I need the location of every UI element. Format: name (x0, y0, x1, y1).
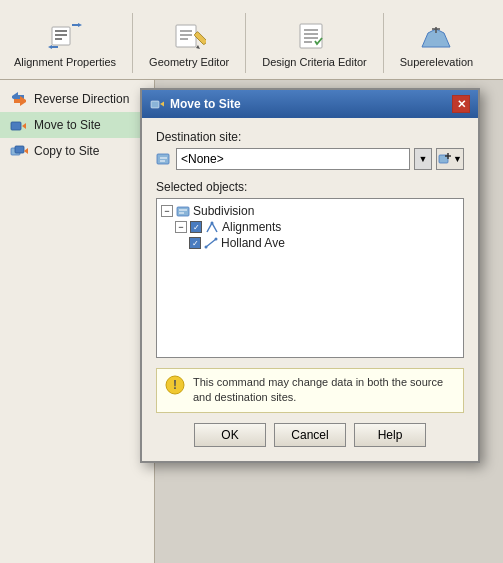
alignments-label: Alignments (222, 220, 281, 234)
destination-site-field-icon (156, 151, 172, 167)
ribbon-superelevation-label: Superelevation (400, 56, 473, 69)
ribbon-alignment-properties[interactable]: Alignment Properties (8, 14, 122, 73)
svg-rect-26 (151, 101, 159, 108)
selected-objects-tree[interactable]: − Subdivision − ✓ Alignments (156, 198, 464, 358)
design-criteria-editor-icon (296, 18, 332, 54)
left-panel: Reverse Direction Move to Site Copy to S… (0, 80, 155, 563)
dialog-buttons: OK Cancel Help (156, 423, 464, 451)
ribbon-superelevation[interactable]: Superelevation (394, 14, 479, 73)
dialog-titlebar: Move to Site ✕ (142, 90, 478, 118)
subdivision-label: Subdivision (193, 204, 254, 218)
ribbon-divider-2 (245, 13, 246, 73)
panel-reverse-direction[interactable]: Reverse Direction (0, 86, 154, 112)
move-to-site-dialog: Move to Site ✕ Destination site: <None> … (140, 88, 480, 463)
ribbon-divider-3 (383, 13, 384, 73)
svg-marker-22 (22, 123, 26, 129)
alignments-icon (205, 220, 219, 234)
move-to-site-label: Move to Site (34, 118, 101, 132)
dialog-close-button[interactable]: ✕ (452, 95, 470, 113)
info-icon: ! (165, 375, 185, 395)
destination-site-new-button[interactable]: ▼ (436, 148, 464, 170)
dialog-title-left: Move to Site (150, 97, 241, 111)
svg-marker-7 (48, 45, 52, 49)
svg-rect-21 (11, 122, 21, 130)
panel-copy-to-site[interactable]: Copy to Site (0, 138, 154, 164)
panel-move-to-site[interactable]: Move to Site (0, 112, 154, 138)
ribbon-divider-1 (132, 13, 133, 73)
reverse-direction-icon (10, 90, 28, 108)
tree-node-alignments: − ✓ Alignments (175, 219, 459, 235)
svg-marker-13 (196, 45, 200, 49)
svg-point-40 (215, 238, 218, 241)
tree-expander-subdivision[interactable]: − (161, 205, 173, 217)
ribbon-geometry-editor[interactable]: Geometry Editor (143, 14, 235, 73)
svg-rect-34 (177, 207, 189, 216)
dialog-title: Move to Site (170, 97, 241, 111)
ribbon-geometry-editor-label: Geometry Editor (149, 56, 229, 69)
svg-rect-0 (52, 27, 70, 45)
reverse-direction-label: Reverse Direction (34, 92, 129, 106)
alignment-item-icon (204, 236, 218, 250)
destination-site-label: Destination site: (156, 130, 464, 144)
ribbon-alignment-properties-label: Alignment Properties (14, 56, 116, 69)
tree-node-holland-ave: ✓ Holland Ave (189, 235, 459, 251)
help-button[interactable]: Help (354, 423, 426, 447)
ribbon-design-criteria-editor-label: Design Criteria Editor (262, 56, 367, 69)
move-to-site-icon (10, 116, 28, 134)
svg-marker-27 (160, 102, 164, 107)
svg-rect-8 (176, 25, 196, 47)
info-box: ! This command may change data in both t… (156, 368, 464, 413)
svg-text:!: ! (173, 378, 177, 392)
selected-objects-label: Selected objects: (156, 180, 464, 194)
info-text: This command may change data in both the… (193, 375, 455, 406)
holland-ave-label: Holland Ave (221, 236, 285, 250)
copy-to-site-icon (10, 142, 28, 160)
tree-checkbox-alignments[interactable]: ✓ (190, 221, 202, 233)
svg-rect-28 (157, 154, 169, 164)
ok-button[interactable]: OK (194, 423, 266, 447)
ribbon-design-criteria-editor[interactable]: Design Criteria Editor (256, 14, 373, 73)
destination-site-dropdown[interactable]: <None> (176, 148, 410, 170)
svg-marker-5 (78, 23, 82, 27)
svg-line-38 (206, 239, 216, 247)
superelevation-icon (418, 18, 454, 54)
destination-site-row: <None> ▼ ▼ (156, 148, 464, 170)
svg-rect-14 (300, 24, 322, 48)
cancel-button[interactable]: Cancel (274, 423, 346, 447)
tree-checkbox-holland-ave[interactable]: ✓ (189, 237, 201, 249)
ribbon: Alignment Properties Geometry Editor (0, 0, 503, 80)
destination-site-dropdown-arrow[interactable]: ▼ (414, 148, 432, 170)
alignment-properties-icon (47, 18, 83, 54)
svg-marker-25 (24, 148, 28, 154)
subdivision-icon (176, 204, 190, 218)
svg-point-39 (205, 246, 208, 249)
svg-point-37 (211, 222, 214, 225)
dialog-body: Destination site: <None> ▼ ▼ Selecte (142, 118, 478, 461)
svg-rect-24 (15, 146, 24, 153)
tree-node-subdivision: − Subdivision (161, 203, 459, 219)
dialog-title-icon (150, 97, 164, 111)
copy-to-site-label: Copy to Site (34, 144, 99, 158)
geometry-editor-icon (171, 18, 207, 54)
tree-expander-alignments[interactable]: − (175, 221, 187, 233)
